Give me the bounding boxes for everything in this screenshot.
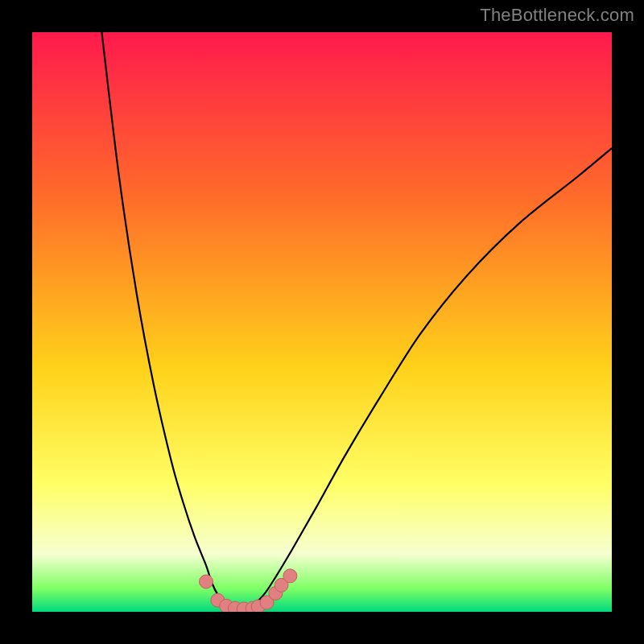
outer-frame: TheBottleneck.com — [0, 0, 644, 644]
plot-area — [32, 32, 612, 612]
gradient-background — [32, 32, 612, 612]
data-marker — [283, 569, 297, 583]
chart-svg — [32, 32, 612, 612]
data-marker — [200, 575, 213, 588]
attribution-label: TheBottleneck.com — [480, 5, 634, 26]
